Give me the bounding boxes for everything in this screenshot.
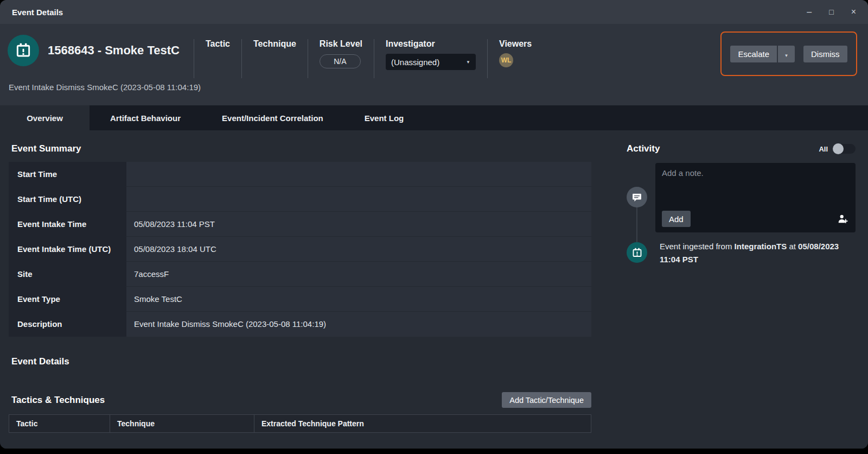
event-summary-table: Start Time Start Time (UTC) Event Intake…: [9, 162, 591, 337]
tabbar: Overview Artifact Behaviour Event/Incide…: [0, 105, 868, 130]
all-toggle-label: All: [819, 145, 828, 153]
event-calendar-alert-icon: [8, 35, 39, 66]
activity-heading: Activity: [627, 143, 660, 154]
meta-tactic: Tactic: [194, 39, 241, 78]
row-label: Event Type: [9, 287, 126, 312]
meta-technique: Technique: [241, 39, 308, 78]
escalate-dropdown-button[interactable]: ▼: [778, 46, 795, 62]
row-label: Event Intake Time (UTC): [9, 237, 126, 262]
column-header-technique: Technique: [110, 415, 254, 432]
note-comment-icon: [627, 187, 647, 207]
tactics-techniques-table: Tactic Technique Extracted Technique Pat…: [9, 414, 591, 433]
maximize-icon[interactable]: □: [829, 8, 833, 16]
close-icon[interactable]: ×: [851, 8, 856, 16]
row-value: Event Intake Dismiss SmokeC (2023-05-08 …: [126, 312, 591, 337]
tactics-techniques-header: Tactics & Techniques Add Tactic/Techniqu…: [9, 392, 591, 408]
row-label: Event Intake Time: [9, 212, 126, 237]
tab-event-log[interactable]: Event Log: [344, 105, 425, 130]
table-row: Event Intake Time 05/08/2023 11:04 PST: [9, 212, 591, 237]
investigator-select[interactable]: (Unassigned) ▼: [386, 54, 476, 70]
all-toggle-switch[interactable]: [833, 144, 856, 154]
chevron-down-icon: ▼: [784, 53, 789, 58]
activity-panel: Activity All: [627, 130, 868, 266]
event-meta-row: Tactic Technique Risk Level N/A Investig…: [194, 39, 543, 78]
technique-label: Technique: [253, 39, 296, 49]
main-column: Event Summary Start Time Start Time (UTC…: [9, 130, 591, 433]
table-row: Start Time: [9, 162, 591, 187]
window-title: Event Details: [12, 8, 63, 17]
row-value: Smoke TestC: [126, 287, 591, 312]
minimize-icon[interactable]: –: [807, 8, 812, 16]
row-value: [126, 187, 591, 212]
column-header-tactic: Tactic: [9, 415, 110, 432]
row-value: 05/08/2023 18:04 UTC: [126, 237, 591, 262]
dismiss-button[interactable]: Dismiss: [803, 46, 847, 62]
escalate-button[interactable]: Escalate: [730, 46, 777, 62]
ingest-middle: at: [787, 242, 798, 251]
timeline-content: Add Event ingested from IntegrationTS at…: [655, 163, 856, 266]
titlebar: Event Details – □ ×: [0, 0, 868, 24]
tab-event-incident-correlation[interactable]: Event/Incident Correlation: [201, 105, 344, 130]
table-row: Event Type Smoke TestC: [9, 287, 591, 312]
column-header-extracted-pattern: Extracted Technique Pattern: [254, 415, 591, 432]
event-actions-box: Escalate ▼ Dismiss: [720, 31, 857, 76]
table-row: Event Intake Time (UTC) 05/08/2023 18:04…: [9, 237, 591, 262]
row-value: 7accessF: [126, 262, 591, 287]
event-details-heading: Event Details: [11, 356, 591, 367]
event-subtitle: Event Intake Dismiss SmokeC (2023-05-08 …: [9, 83, 201, 92]
viewer-avatar: WL: [499, 53, 513, 67]
table-row: Site 7accessF: [9, 262, 591, 287]
viewers-label: Viewers: [499, 39, 532, 49]
overview-content: Event Summary Start Time Start Time (UTC…: [0, 130, 868, 449]
investigator-label: Investigator: [386, 39, 476, 49]
ingest-message: Event ingested from IntegrationTS at 05/…: [655, 240, 856, 266]
meta-investigator: Investigator (Unassigned) ▼: [374, 39, 487, 78]
row-label: Description: [9, 312, 126, 337]
note-composer: Add: [655, 163, 856, 232]
row-value: [126, 162, 591, 187]
meta-risk-level: Risk Level N/A: [308, 39, 374, 78]
event-details-window: Event Details – □ × 1568643 - Smoke Test…: [0, 0, 868, 449]
escalate-button-group: Escalate ▼: [730, 46, 795, 62]
table-row: Start Time (UTC): [9, 187, 591, 212]
timeline-rail: [627, 163, 647, 266]
event-calendar-alert-icon: [627, 242, 647, 263]
tab-artifact-behaviour[interactable]: Artifact Behaviour: [90, 105, 201, 130]
investigator-value: (Unassigned): [391, 58, 439, 67]
risk-level-label: Risk Level: [320, 39, 362, 49]
table-row: Description Event Intake Dismiss SmokeC …: [9, 312, 591, 337]
chevron-down-icon: ▼: [466, 60, 470, 65]
ingest-prefix: Event ingested from: [660, 242, 735, 251]
row-value: 05/08/2023 11:04 PST: [126, 212, 591, 237]
activity-filter: All: [819, 144, 856, 154]
meta-viewers: Viewers WL: [487, 39, 543, 78]
event-header-main: 1568643 - Smoke TestC Tactic Technique R…: [8, 35, 543, 78]
ingest-source: IntegrationTS: [735, 242, 787, 251]
row-label: Site: [9, 262, 126, 287]
row-label: Start Time: [9, 162, 126, 187]
window-controls: – □ ×: [807, 8, 856, 16]
person-add-icon[interactable]: [837, 213, 849, 227]
activity-header: Activity All: [627, 143, 856, 154]
row-label: Start Time (UTC): [9, 187, 126, 212]
tab-overview[interactable]: Overview: [0, 105, 90, 130]
note-input[interactable]: [655, 163, 856, 199]
event-title: 1568643 - Smoke TestC: [48, 43, 180, 58]
event-summary-heading: Event Summary: [11, 143, 591, 154]
tactics-techniques-heading: Tactics & Techniques: [11, 395, 105, 406]
tactic-label: Tactic: [206, 39, 230, 49]
add-note-button[interactable]: Add: [662, 211, 691, 227]
add-tactic-technique-button[interactable]: Add Tactic/Technique: [502, 392, 591, 408]
risk-level-badge: N/A: [320, 54, 361, 68]
activity-timeline: Add Event ingested from IntegrationTS at…: [627, 163, 856, 266]
toggle-knob: [833, 143, 844, 154]
event-header: 1568643 - Smoke TestC Tactic Technique R…: [0, 24, 868, 105]
